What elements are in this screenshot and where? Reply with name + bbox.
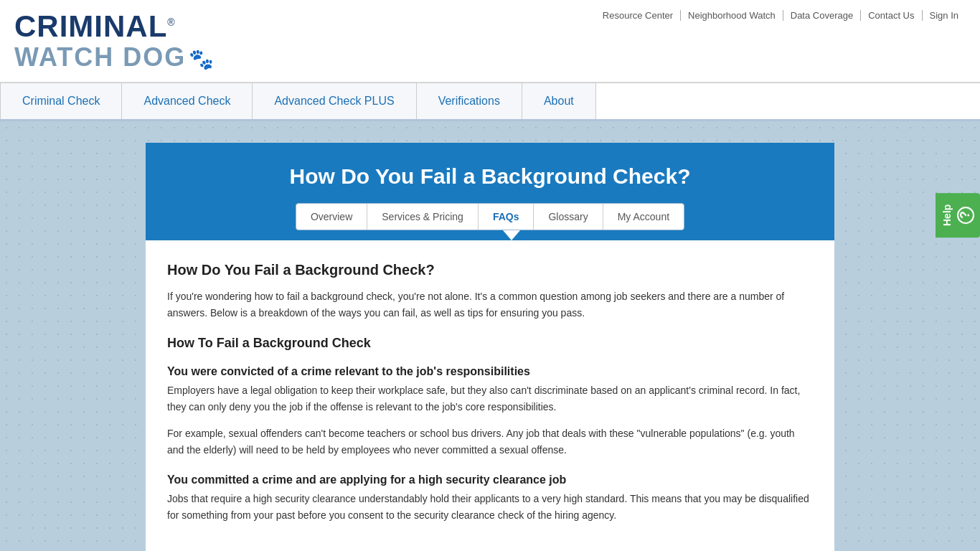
- article-point-1-body2: For example, sexual offenders can't beco…: [167, 425, 813, 458]
- logo-watchdog: WATCH DOG🐾: [14, 43, 215, 72]
- paw-icon: 🐾: [189, 48, 215, 70]
- article-point-1-body1: Employers have a legal obligation to kee…: [167, 382, 813, 415]
- sub-nav-overview[interactable]: Overview: [296, 204, 367, 230]
- help-label: Help: [941, 204, 953, 226]
- sub-nav-glossary[interactable]: Glossary: [534, 204, 603, 230]
- help-icon: ?: [957, 207, 974, 224]
- content-wrapper: How Do You Fail a Background Check? Over…: [146, 143, 834, 551]
- article-section-heading: How To Fail a Background Check: [167, 336, 813, 351]
- sub-nav-faqs[interactable]: FAQs: [479, 204, 534, 230]
- nav-verifications[interactable]: Verifications: [417, 83, 522, 119]
- top-nav-neighborhood-watch[interactable]: Neighborhood Watch: [681, 10, 783, 21]
- top-nav-resource-center[interactable]: Resource Center: [595, 10, 681, 21]
- nav-criminal-check[interactable]: Criminal Check: [0, 83, 122, 119]
- nav-about[interactable]: About: [522, 83, 596, 119]
- logo-watchdog-text: WATCH DOG: [14, 42, 186, 72]
- nav-advanced-check-plus[interactable]: Advanced Check PLUS: [253, 83, 416, 119]
- top-nav: Resource Center Neighborhood Watch Data …: [595, 0, 966, 21]
- article-content: How Do You Fail a Background Check? If y…: [146, 240, 834, 551]
- sub-nav-my-account[interactable]: My Account: [603, 204, 684, 230]
- article-point-2-heading: You committed a crime and are applying f…: [167, 474, 813, 486]
- top-nav-sign-in[interactable]: Sign In: [923, 10, 966, 21]
- article-intro: If you're wondering how to fail a backgr…: [167, 288, 813, 321]
- banner-title: How Do You Fail a Background Check?: [160, 164, 820, 189]
- top-bar: CRIMINAL® WATCH DOG🐾 Resource Center Nei…: [0, 0, 980, 83]
- banner-bottom: [146, 230, 834, 240]
- main-nav: Criminal Check Advanced Check Advanced C…: [0, 83, 980, 121]
- logo-criminal: CRIMINAL®: [14, 10, 215, 43]
- logo-area: CRIMINAL® WATCH DOG🐾: [14, 10, 215, 72]
- article-point-1-heading: You were convicted of a crime relevant t…: [167, 365, 813, 378]
- top-nav-data-coverage[interactable]: Data Coverage: [783, 10, 861, 21]
- page-background: How Do You Fail a Background Check? Over…: [0, 121, 980, 551]
- help-button[interactable]: Help ?: [936, 193, 980, 237]
- nav-advanced-check[interactable]: Advanced Check: [122, 83, 253, 119]
- sub-nav-services-pricing[interactable]: Services & Pricing: [367, 204, 479, 230]
- article-main-heading: How Do You Fail a Background Check?: [167, 262, 813, 278]
- logo: CRIMINAL® WATCH DOG🐾: [14, 10, 215, 72]
- blue-banner: How Do You Fail a Background Check? Over…: [146, 143, 834, 230]
- logo-criminal-text: CRIMINAL: [14, 9, 167, 43]
- sub-nav: Overview Services & Pricing FAQs Glossar…: [296, 203, 684, 230]
- logo-trademark: ®: [167, 17, 175, 28]
- top-nav-contact-us[interactable]: Contact Us: [861, 10, 922, 21]
- article-point-2-body1: Jobs that require a high security cleara…: [167, 491, 813, 524]
